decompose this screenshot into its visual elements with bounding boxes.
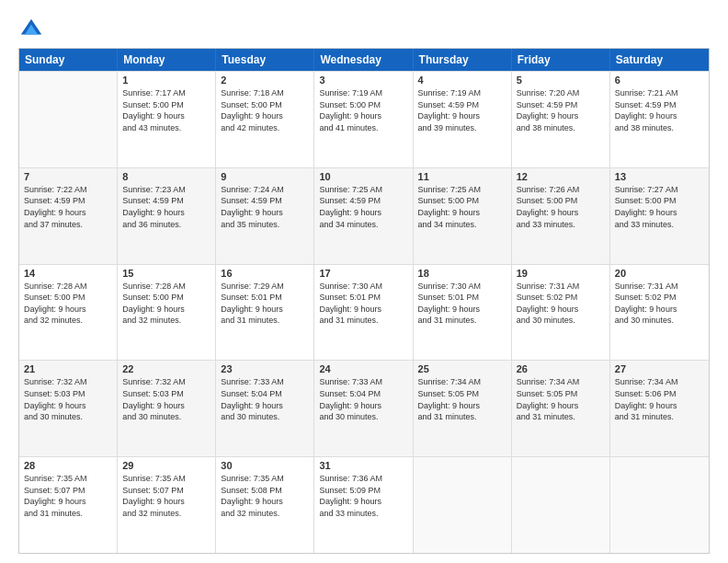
day-info: Sunrise: 7:25 AM Sunset: 5:00 PM Dayligh… (418, 184, 506, 230)
day-info: Sunrise: 7:34 AM Sunset: 5:05 PM Dayligh… (418, 376, 506, 422)
logo-icon (18, 17, 44, 42)
day-info: Sunrise: 7:34 AM Sunset: 5:06 PM Dayligh… (615, 376, 704, 422)
day-info: Sunrise: 7:35 AM Sunset: 5:07 PM Dayligh… (24, 473, 112, 519)
day-cell-13: 13Sunrise: 7:27 AM Sunset: 5:00 PM Dayli… (610, 168, 709, 264)
day-info: Sunrise: 7:29 AM Sunset: 5:01 PM Dayligh… (221, 281, 309, 327)
day-cell-3: 3Sunrise: 7:19 AM Sunset: 5:00 PM Daylig… (314, 72, 413, 167)
header-day-tuesday: Tuesday (216, 49, 314, 71)
day-number: 31 (319, 460, 407, 471)
day-cell-8: 8Sunrise: 7:23 AM Sunset: 4:59 PM Daylig… (118, 168, 216, 264)
day-cell-16: 16Sunrise: 7:29 AM Sunset: 5:01 PM Dayli… (216, 265, 314, 361)
day-info: Sunrise: 7:25 AM Sunset: 4:59 PM Dayligh… (319, 184, 407, 230)
day-cell-7: 7Sunrise: 7:22 AM Sunset: 4:59 PM Daylig… (19, 168, 118, 264)
day-info: Sunrise: 7:19 AM Sunset: 4:59 PM Dayligh… (418, 87, 506, 133)
day-info: Sunrise: 7:32 AM Sunset: 5:03 PM Dayligh… (122, 376, 210, 422)
week-row-1: 7Sunrise: 7:22 AM Sunset: 4:59 PM Daylig… (19, 167, 709, 264)
header-day-saturday: Saturday (610, 49, 709, 71)
day-info: Sunrise: 7:18 AM Sunset: 5:00 PM Dayligh… (221, 87, 309, 133)
day-info: Sunrise: 7:22 AM Sunset: 4:59 PM Dayligh… (24, 184, 112, 230)
day-number: 30 (221, 460, 309, 471)
day-number: 6 (615, 75, 704, 86)
day-cell-31: 31Sunrise: 7:36 AM Sunset: 5:09 PM Dayli… (314, 457, 413, 553)
week-row-3: 21Sunrise: 7:32 AM Sunset: 5:03 PM Dayli… (19, 360, 709, 456)
header-day-monday: Monday (118, 49, 216, 71)
header-day-sunday: Sunday (19, 49, 118, 71)
day-number: 27 (615, 363, 704, 374)
day-cell-15: 15Sunrise: 7:28 AM Sunset: 5:00 PM Dayli… (118, 265, 216, 361)
day-number: 19 (517, 268, 605, 279)
header-day-thursday: Thursday (414, 49, 512, 71)
day-number: 22 (122, 363, 210, 374)
day-cell-2: 2Sunrise: 7:18 AM Sunset: 5:00 PM Daylig… (216, 72, 314, 167)
day-cell-12: 12Sunrise: 7:26 AM Sunset: 5:00 PM Dayli… (512, 168, 610, 264)
day-info: Sunrise: 7:35 AM Sunset: 5:07 PM Dayligh… (122, 473, 210, 519)
day-cell-25: 25Sunrise: 7:34 AM Sunset: 5:05 PM Dayli… (414, 361, 512, 456)
day-number: 2 (221, 75, 309, 86)
empty-cell (610, 457, 709, 553)
week-row-0: 1Sunrise: 7:17 AM Sunset: 5:00 PM Daylig… (19, 71, 709, 167)
day-cell-22: 22Sunrise: 7:32 AM Sunset: 5:03 PM Dayli… (118, 361, 216, 456)
day-cell-17: 17Sunrise: 7:30 AM Sunset: 5:01 PM Dayli… (314, 265, 413, 361)
day-cell-9: 9Sunrise: 7:24 AM Sunset: 4:59 PM Daylig… (216, 168, 314, 264)
day-number: 16 (221, 268, 309, 279)
calendar-body: 1Sunrise: 7:17 AM Sunset: 5:00 PM Daylig… (19, 71, 709, 553)
day-number: 29 (122, 460, 210, 471)
day-cell-1: 1Sunrise: 7:17 AM Sunset: 5:00 PM Daylig… (118, 72, 216, 167)
day-cell-24: 24Sunrise: 7:33 AM Sunset: 5:04 PM Dayli… (314, 361, 413, 456)
day-cell-23: 23Sunrise: 7:33 AM Sunset: 5:04 PM Dayli… (216, 361, 314, 456)
day-info: Sunrise: 7:19 AM Sunset: 5:00 PM Dayligh… (319, 87, 407, 133)
day-number: 15 (122, 268, 210, 279)
week-row-2: 14Sunrise: 7:28 AM Sunset: 5:00 PM Dayli… (19, 264, 709, 361)
day-cell-29: 29Sunrise: 7:35 AM Sunset: 5:07 PM Dayli… (118, 457, 216, 553)
day-number: 26 (517, 363, 605, 374)
day-number: 18 (418, 268, 506, 279)
day-number: 23 (221, 363, 309, 374)
day-info: Sunrise: 7:23 AM Sunset: 4:59 PM Dayligh… (122, 184, 210, 230)
header-day-friday: Friday (512, 49, 610, 71)
day-number: 11 (418, 171, 506, 182)
empty-cell (19, 72, 118, 167)
empty-cell (512, 457, 610, 553)
day-info: Sunrise: 7:31 AM Sunset: 5:02 PM Dayligh… (517, 281, 605, 327)
day-info: Sunrise: 7:20 AM Sunset: 4:59 PM Dayligh… (517, 87, 605, 133)
day-cell-6: 6Sunrise: 7:21 AM Sunset: 4:59 PM Daylig… (610, 72, 709, 167)
day-cell-18: 18Sunrise: 7:30 AM Sunset: 5:01 PM Dayli… (414, 265, 512, 361)
day-number: 20 (615, 268, 704, 279)
day-info: Sunrise: 7:30 AM Sunset: 5:01 PM Dayligh… (319, 281, 407, 327)
day-info: Sunrise: 7:31 AM Sunset: 5:02 PM Dayligh… (615, 281, 704, 327)
day-number: 3 (319, 75, 407, 86)
day-number: 8 (122, 171, 210, 182)
day-number: 7 (24, 171, 112, 182)
day-number: 21 (24, 363, 112, 374)
day-cell-4: 4Sunrise: 7:19 AM Sunset: 4:59 PM Daylig… (414, 72, 512, 167)
day-cell-11: 11Sunrise: 7:25 AM Sunset: 5:00 PM Dayli… (414, 168, 512, 264)
day-info: Sunrise: 7:36 AM Sunset: 5:09 PM Dayligh… (319, 473, 407, 519)
day-number: 12 (517, 171, 605, 182)
page: SundayMondayTuesdayWednesdayThursdayFrid… (0, 0, 728, 563)
day-info: Sunrise: 7:32 AM Sunset: 5:03 PM Dayligh… (24, 376, 112, 422)
day-number: 13 (615, 171, 704, 182)
day-info: Sunrise: 7:30 AM Sunset: 5:01 PM Dayligh… (418, 281, 506, 327)
day-info: Sunrise: 7:28 AM Sunset: 5:00 PM Dayligh… (122, 281, 210, 327)
day-cell-28: 28Sunrise: 7:35 AM Sunset: 5:07 PM Dayli… (19, 457, 118, 553)
day-number: 5 (517, 75, 605, 86)
day-info: Sunrise: 7:27 AM Sunset: 5:00 PM Dayligh… (615, 184, 704, 230)
day-number: 14 (24, 268, 112, 279)
day-number: 9 (221, 171, 309, 182)
header-day-wednesday: Wednesday (314, 49, 413, 71)
day-info: Sunrise: 7:33 AM Sunset: 5:04 PM Dayligh… (319, 376, 407, 422)
day-number: 17 (319, 268, 407, 279)
day-cell-19: 19Sunrise: 7:31 AM Sunset: 5:02 PM Dayli… (512, 265, 610, 361)
day-cell-10: 10Sunrise: 7:25 AM Sunset: 4:59 PM Dayli… (314, 168, 413, 264)
empty-cell (414, 457, 512, 553)
day-number: 28 (24, 460, 112, 471)
day-number: 24 (319, 363, 407, 374)
day-info: Sunrise: 7:17 AM Sunset: 5:00 PM Dayligh… (122, 87, 210, 133)
day-cell-14: 14Sunrise: 7:28 AM Sunset: 5:00 PM Dayli… (19, 265, 118, 361)
day-info: Sunrise: 7:34 AM Sunset: 5:05 PM Dayligh… (517, 376, 605, 422)
day-number: 4 (418, 75, 506, 86)
day-cell-5: 5Sunrise: 7:20 AM Sunset: 4:59 PM Daylig… (512, 72, 610, 167)
logo (18, 17, 48, 42)
day-cell-26: 26Sunrise: 7:34 AM Sunset: 5:05 PM Dayli… (512, 361, 610, 456)
day-info: Sunrise: 7:33 AM Sunset: 5:04 PM Dayligh… (221, 376, 309, 422)
